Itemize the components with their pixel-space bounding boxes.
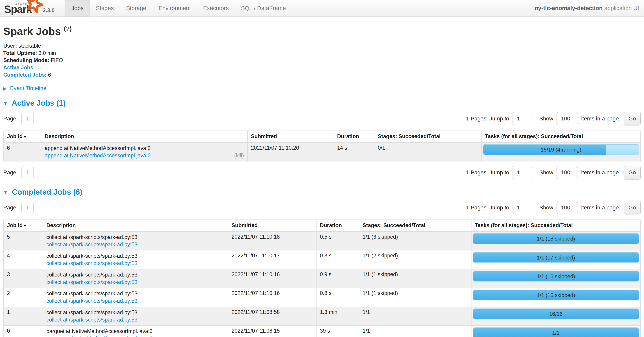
- help-question-icon[interactable]: ?: [66, 25, 70, 32]
- tasks-cell: 1/1: [471, 326, 640, 337]
- active-jobs-header[interactable]: ▼ Active Jobs (1): [3, 99, 641, 107]
- job-row: 0 parquet at NativeMethodAccessorImpl.ja…: [4, 326, 640, 337]
- tab-executors[interactable]: Executors: [197, 0, 235, 16]
- column-job-id[interactable]: Job Id▾: [4, 131, 41, 142]
- expand-arrow-icon: ▶: [3, 86, 6, 91]
- submitted-cell: 2022/11/07 11:08:58: [228, 307, 316, 326]
- spark-version: 3.3.0: [42, 7, 56, 15]
- column-tasks[interactable]: Tasks (for all stages): Succeeded/Total: [482, 131, 640, 142]
- go-button[interactable]: Go: [624, 112, 641, 125]
- column-job-id[interactable]: Job Id▾: [4, 220, 43, 231]
- job-row: 5 collect at /spark-scripts/spark-ad.py:…: [4, 231, 640, 250]
- stages-cell: 1/1 (2 skipped): [359, 250, 471, 269]
- event-timeline-toggle[interactable]: ▶ Event Timeline: [3, 85, 641, 91]
- tab-stages[interactable]: Stages: [90, 0, 120, 16]
- job-description-link[interactable]: append at NativeMethodAccessorImpl.java:…: [45, 152, 150, 159]
- tab-environment[interactable]: Environment: [152, 0, 197, 16]
- tab-sql-dataframe[interactable]: SQL / DataFrame: [235, 0, 292, 16]
- collapse-arrow-icon: ▼: [3, 101, 8, 106]
- completed-jobs-link[interactable]: Completed Jobs:: [3, 72, 46, 78]
- job-description-link[interactable]: collect at /spark-scripts/spark-ad.py:53: [46, 260, 138, 267]
- tab-jobs[interactable]: Jobs: [65, 0, 90, 16]
- go-button[interactable]: Go: [624, 166, 641, 180]
- tasks-progress-bar: 1/1 (16 skipped): [473, 271, 639, 282]
- job-summary: User: stackable Total Uptime: 3.0 min Sc…: [3, 42, 641, 78]
- job-description-link[interactable]: parquet at NativeMethodAccessorImpl.java…: [46, 335, 152, 337]
- items-per-page-input[interactable]: [556, 201, 578, 214]
- application-title: ny-tlc-anomaly-detection application UI: [534, 0, 644, 16]
- jump-to-page-input[interactable]: [512, 112, 533, 125]
- column-duration[interactable]: Duration: [316, 220, 359, 231]
- job-description-link[interactable]: collect at /spark-scripts/spark-ad.py:53: [46, 279, 138, 286]
- submitted-cell: 2022/11/07 11:10:18: [228, 231, 316, 250]
- description-cell: collect at /spark-scripts/spark-ad.py:53…: [43, 288, 228, 307]
- navbar: APACHE Spark 3.3.0 Jobs Stages Storage E…: [0, 0, 644, 17]
- tasks-cell: 16/16: [471, 307, 640, 326]
- description-cell: collect at /spark-scripts/spark-ad.py:53…: [43, 250, 228, 269]
- job-id-cell: 0: [4, 326, 43, 337]
- column-duration[interactable]: Duration: [334, 131, 374, 142]
- column-description[interactable]: Description: [43, 220, 228, 231]
- duration-cell: 39 s: [316, 326, 359, 337]
- go-button[interactable]: Go: [624, 201, 641, 215]
- tasks-cell: 1/1 (16 skipped): [471, 288, 640, 307]
- spark-logo[interactable]: APACHE Spark 3.3.0: [0, 0, 58, 16]
- sort-desc-icon: ▾: [24, 224, 26, 228]
- kill-job-link[interactable]: (kill): [234, 152, 244, 159]
- description-cell: collect at /spark-scripts/spark-ad.py:53…: [43, 307, 228, 326]
- column-stages[interactable]: Stages: Succeeded/Total: [359, 220, 471, 231]
- submitted-cell: 2022/11/07 11:10:16: [228, 269, 316, 288]
- items-per-page-input[interactable]: [556, 166, 578, 179]
- column-stages[interactable]: Stages: Succeeded/Total: [374, 131, 482, 142]
- submitted-cell: 2022/11/07 11:10:16: [228, 288, 316, 307]
- job-description-link[interactable]: collect at /spark-scripts/spark-ad.py:53: [46, 241, 138, 248]
- tasks-progress-bar: 1/1 (16 skipped): [473, 290, 639, 300]
- page-number-button[interactable]: 1: [22, 200, 34, 215]
- duration-cell: 14 s: [334, 142, 374, 161]
- job-description-link[interactable]: collect at /spark-scripts/spark-ad.py:53: [46, 298, 138, 305]
- job-id-cell: 4: [4, 250, 43, 269]
- tasks-cell: 1/1 (18 skipped): [471, 231, 640, 250]
- stages-cell: 1/1: [359, 307, 471, 326]
- active-jobs-link[interactable]: Active Jobs:: [3, 64, 35, 70]
- jump-to-page-input[interactable]: [512, 166, 533, 179]
- tasks-progress-bar: 1/1: [473, 328, 639, 337]
- column-submitted[interactable]: Submitted: [228, 220, 316, 231]
- job-description: append at NativeMethodAccessorImpl.java:…: [45, 145, 244, 152]
- job-description: collect at /spark-scripts/spark-ad.py:53: [46, 253, 224, 260]
- application-suffix: application UI: [604, 5, 639, 11]
- tasks-cell: 1/1 (17 skipped): [471, 250, 640, 269]
- items-text: items in a page.: [581, 169, 620, 176]
- tasks-progress-label: 15/19 (4 running): [483, 145, 639, 155]
- job-description: collect at /spark-scripts/spark-ad.py:53: [46, 309, 224, 316]
- page-number-button[interactable]: 1: [22, 165, 34, 180]
- summary-user: User: stackable: [3, 42, 641, 49]
- completed-jobs-header[interactable]: ▼ Completed Jobs (6): [3, 188, 641, 196]
- stages-cell: 0/1: [374, 142, 482, 161]
- duration-cell: 0.5 s: [316, 231, 359, 250]
- help-tooltip: (?): [64, 25, 72, 32]
- spark-logo-mark: APACHE Spark: [4, 0, 42, 15]
- active-jobs-pagination-top: Page: 1 1 Pages. Jump to . Show items in…: [3, 111, 641, 126]
- tasks-progress-label: 1/1 (16 skipped): [473, 290, 639, 300]
- description-cell: collect at /spark-scripts/spark-ad.py:53…: [43, 269, 228, 288]
- job-description-link[interactable]: collect at /spark-scripts/spark-ad.py:53: [46, 316, 138, 323]
- jump-to-page-input[interactable]: [512, 201, 533, 214]
- description-cell: collect at /spark-scripts/spark-ad.py:53…: [43, 231, 228, 250]
- tab-storage[interactable]: Storage: [120, 0, 152, 16]
- column-description[interactable]: Description: [41, 131, 248, 142]
- items-per-page-input[interactable]: [556, 112, 578, 125]
- application-name: ny-tlc-anomaly-detection: [534, 5, 602, 11]
- column-submitted[interactable]: Submitted: [248, 131, 334, 142]
- tasks-progress-label: 16/16: [473, 309, 639, 319]
- duration-cell: 0.3 s: [316, 250, 359, 269]
- job-row: 3 collect at /spark-scripts/spark-ad.py:…: [4, 269, 640, 288]
- column-tasks[interactable]: Tasks (for all stages): Succeeded/Total: [471, 220, 640, 231]
- page-label: Page:: [3, 115, 18, 122]
- job-id-cell: 6: [4, 142, 41, 161]
- page-number-button[interactable]: 1: [22, 111, 34, 126]
- tasks-progress-label: 1/1 (18 skipped): [473, 234, 639, 244]
- items-text: items in a page.: [581, 204, 620, 211]
- active-job-row: 6 append at NativeMethodAccessorImpl.jav…: [4, 142, 640, 161]
- completed-jobs-table: Job Id▾ Description Submitted Duration S…: [3, 220, 641, 337]
